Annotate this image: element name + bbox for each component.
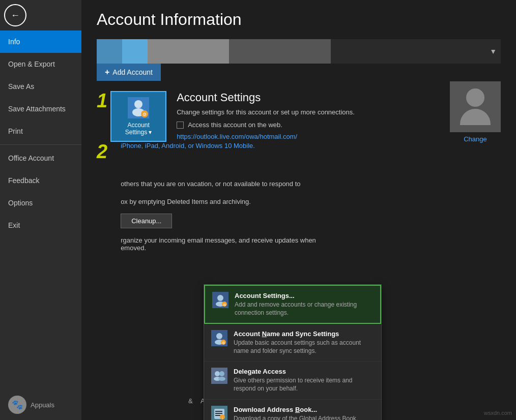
delegate-title: Delegate Access	[234, 368, 374, 375]
name-sync-desc: Update basic account settings such as ac…	[234, 339, 374, 355]
auto-replies-text: others that you are on vacation, or not …	[121, 180, 501, 188]
main-content: Account Information ▼ + Add Account 1	[81, 0, 516, 420]
avatar-box	[450, 81, 501, 132]
svg-point-16	[218, 377, 225, 381]
avatar-head	[466, 88, 484, 107]
add-account-button[interactable]: + Add Account	[97, 64, 161, 81]
sidebar-item-feedback[interactable]: Feedback	[0, 169, 81, 192]
color-seg2	[122, 39, 148, 64]
sidebar-item-options[interactable]: Options	[0, 192, 81, 214]
sidebar-item-print[interactable]: Print	[0, 120, 81, 142]
right-content-area: iPhone, iPad, Android, or Windows 10 Mob…	[110, 142, 501, 252]
delegate-icon	[211, 368, 227, 384]
dropdown-arrow-icon: ▼	[490, 47, 497, 55]
svg-rect-19	[215, 413, 222, 414]
sidebar-item-label: Feedback	[8, 176, 39, 185]
sidebar-item-office-account[interactable]: Office Account	[0, 147, 81, 169]
book-icon: ↓	[212, 407, 226, 420]
rules-section: rganize your incoming email messages, an…	[121, 236, 501, 252]
page-title: Account Information	[97, 10, 501, 29]
color-seg4	[229, 39, 331, 64]
avatar-person	[460, 88, 491, 125]
name-sync-content: Account Name and Sync Settings Update ba…	[234, 330, 374, 355]
sidebar-nav: Info Open & Export Save As Save Attachme…	[0, 31, 81, 389]
account-settings-icon: ⚙	[128, 97, 149, 118]
cleanup-button[interactable]: Cleanup...	[121, 214, 172, 228]
sidebar-item-save-attachments[interactable]: Save Attachments	[0, 98, 81, 120]
account-settings-menu-desc: Add and remove accounts or change existi…	[235, 301, 373, 317]
outlook-link[interactable]: https://outlook.live.com/owa/hotmail.com…	[177, 133, 297, 140]
svg-point-5	[217, 295, 223, 301]
web-access-checkbox[interactable]	[177, 122, 184, 129]
menu-item-address-book[interactable]: ↓ Download Address Book... Download a co…	[204, 400, 381, 420]
svg-text:⚙: ⚙	[223, 303, 226, 307]
cleanup-desc: ox by emptying Deleted Items and archivi…	[121, 198, 501, 205]
logo-icon: 🐾	[8, 396, 26, 414]
address-book-title: Download Address Book...	[234, 406, 358, 413]
rules-text2: emoved.	[121, 244, 501, 252]
svg-point-1	[134, 100, 142, 108]
account-selector-bar[interactable]: ▼	[97, 39, 501, 64]
sidebar-item-info[interactable]: Info	[0, 31, 81, 53]
svg-point-15	[219, 371, 224, 376]
svg-point-13	[215, 371, 220, 376]
account-bar-rest: ▼	[331, 47, 501, 55]
delegate-content: Delegate Access Give others permission t…	[234, 368, 374, 393]
sidebar-divider	[0, 144, 81, 145]
sidebar-item-label: Office Account	[8, 154, 54, 162]
back-button[interactable]: ←	[0, 0, 31, 31]
sidebar-item-label: Print	[8, 127, 23, 135]
persons-icon	[212, 369, 226, 383]
step1-number: 1	[97, 91, 107, 110]
person-gear-icon2: ⚙	[212, 331, 226, 345]
step2-number: 2	[97, 142, 107, 161]
sidebar-item-label: Info	[8, 38, 20, 46]
dropdown-menu: ⚙ Account Settings... Add and remove acc…	[204, 284, 382, 420]
account-settings-menu-title: Account Settings...	[235, 292, 373, 299]
rules-text1: rganize your incoming email messages, an…	[121, 236, 501, 244]
menu-item-delegate[interactable]: Delegate Access Give others permission t…	[204, 362, 381, 399]
sidebar-item-label: Save As	[8, 82, 34, 91]
svg-rect-18	[215, 411, 222, 412]
account-settings-button[interactable]: ⚙ AccountSettings ▾	[110, 91, 166, 142]
app-logo: 🐾 Appuals	[0, 389, 81, 420]
color-seg1	[97, 39, 122, 64]
account-settings-btn-label: AccountSettings ▾	[125, 122, 152, 136]
svg-text:&: &	[188, 397, 193, 405]
sidebar-item-label: Options	[8, 199, 33, 207]
delegate-desc: Give others permission to receive items …	[234, 377, 374, 393]
name-sync-title: Account Name and Sync Settings	[234, 330, 374, 338]
back-arrow-icon: ←	[4, 4, 26, 26]
color-seg3	[148, 39, 229, 64]
logo-text: Appuals	[31, 401, 54, 409]
svg-point-9	[216, 333, 222, 339]
sidebar-item-open-export[interactable]: Open & Export	[0, 53, 81, 75]
avatar-body	[460, 109, 491, 125]
sidebar-item-exit[interactable]: Exit	[0, 214, 81, 236]
add-account-label: Add Account	[112, 68, 153, 76]
address-book-desc: Download a copy of the Global Address Bo…	[234, 415, 358, 420]
web-access-label: Access this account on the web.	[188, 121, 282, 129]
svg-text:⚙: ⚙	[142, 112, 147, 117]
person-gear-icon: ⚙	[213, 293, 227, 307]
menu-item-name-sync[interactable]: ⚙ Account Name and Sync Settings Update …	[204, 324, 381, 362]
mobile-link[interactable]: iPhone, iPad, Android, or Windows 10 Mob…	[121, 142, 501, 149]
alerts-icon: &	[188, 397, 196, 405]
account-settings-menu-content: Account Settings... Add and remove accou…	[235, 292, 373, 317]
watermark: wsxdn.com	[484, 410, 512, 416]
svg-text:⚙: ⚙	[222, 341, 225, 345]
sidebar: ← Info Open & Export Save As Save Attach…	[0, 0, 81, 420]
sidebar-item-save-as[interactable]: Save As	[0, 75, 81, 98]
menu-item-account-settings[interactable]: ⚙ Account Settings... Add and remove acc…	[204, 285, 381, 324]
account-settings-icon-box: ⚙	[128, 97, 149, 118]
cleanup-section: ox by emptying Deleted Items and archivi…	[121, 198, 501, 228]
name-sync-icon: ⚙	[211, 330, 227, 346]
account-color-strip	[97, 39, 331, 64]
address-book-content: Download Address Book... Download a copy…	[234, 406, 358, 420]
svg-text:↓: ↓	[221, 415, 223, 420]
svg-rect-20	[215, 415, 220, 416]
account-settings-menu-icon: ⚙	[212, 292, 228, 308]
sidebar-item-label: Exit	[8, 221, 20, 229]
automatic-replies-section: others that you are on vacation, or not …	[121, 180, 501, 188]
avatar-section: Change	[450, 81, 501, 143]
